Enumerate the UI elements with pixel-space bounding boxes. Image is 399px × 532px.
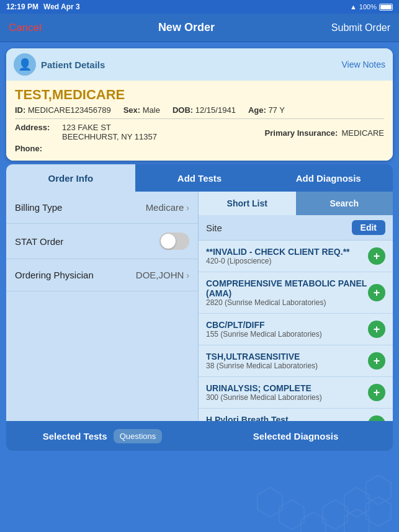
site-row: Site Edit	[199, 215, 393, 241]
test-name: COMPREHENSIVE METABOLIC PANEL (AMA)	[206, 278, 368, 298]
dob-label: DOB:	[173, 105, 193, 115]
add-test-button[interactable]: +	[368, 247, 385, 265]
phone-label: Phone:	[15, 144, 42, 153]
bottom-bar: Selected Tests Questions Selected Diagno…	[6, 421, 393, 451]
test-list-item[interactable]: **INVALID - CHECK CLIENT REQ.** 420-0 (L…	[199, 241, 393, 272]
test-code: 38 (Sunrise Medical Laboratories)	[206, 361, 318, 370]
svg-marker-3	[301, 512, 326, 532]
svg-marker-2	[366, 475, 391, 505]
edit-site-button[interactable]: Edit	[352, 220, 385, 235]
test-list-item[interactable]: COMPREHENSIVE METABOLIC PANEL (AMA) 2820…	[199, 272, 393, 314]
svg-marker-1	[344, 487, 369, 517]
test-name: URINALYSIS; COMPLETE	[206, 383, 322, 393]
battery-bar	[379, 4, 393, 11]
page-title: New Order	[158, 21, 215, 34]
ordering-physician-value: DOE,JOHN	[136, 270, 184, 280]
billing-type-chevron: ›	[186, 203, 189, 213]
test-list: **INVALID - CHECK CLIENT REQ.** 420-0 (L…	[199, 241, 393, 421]
right-panel: Short List Search Site Edit **INVALID - …	[199, 192, 393, 421]
submit-order-button[interactable]: Submit Order	[331, 22, 390, 33]
id-label: ID:	[15, 105, 25, 115]
left-panel: Billing Type Medicare › STAT Order Order…	[6, 192, 199, 421]
address-line2: BEECHHURST, NY 11357	[62, 132, 157, 141]
test-code: 155 (Sunrise Medical Laboratories)	[206, 330, 322, 339]
test-code: 2820 (Sunrise Medical Laboratories)	[206, 298, 368, 307]
battery-icon: 100%	[359, 3, 377, 11]
tab-order-info[interactable]: Order Info	[6, 164, 135, 192]
bottom-left: Selected Tests Questions	[6, 421, 199, 451]
stat-order-label: STAT Order	[15, 236, 63, 247]
patient-card-header: 👤 Patient Details View Notes	[6, 48, 393, 81]
test-list-item[interactable]: H.Pylori Breath Test 81590 (Sunrise Medi…	[199, 409, 393, 421]
sub-tabs: Short List Search	[199, 192, 393, 215]
wifi-icon: ▲	[350, 3, 357, 11]
test-code: 300 (Sunrise Medical Laboratories)	[206, 393, 322, 402]
patient-dob: 12/15/1941	[195, 105, 236, 115]
billing-type-row[interactable]: Billing Type Medicare ›	[6, 192, 198, 224]
svg-marker-6	[344, 509, 369, 532]
status-icons: ▲ 100%	[350, 3, 393, 11]
stat-order-toggle[interactable]	[159, 233, 189, 250]
address-label: Address:	[15, 123, 58, 132]
sex-label: Sex:	[123, 105, 140, 115]
billing-type-value: Medicare	[146, 202, 184, 213]
sub-tab-short-list[interactable]: Short List	[199, 192, 296, 215]
insurance-value: MEDICARE	[341, 128, 384, 138]
questions-button[interactable]: Questions	[114, 429, 163, 443]
view-notes-button[interactable]: View Notes	[341, 60, 385, 69]
patient-id: MEDICARE123456789	[28, 105, 111, 115]
status-bar: 12:19 PM Wed Apr 3 ▲ 100%	[0, 0, 399, 14]
avatar: 👤	[14, 53, 36, 76]
patient-sex: Male	[143, 105, 160, 115]
patient-card: 👤 Patient Details View Notes TEST,MEDICA…	[6, 48, 393, 161]
test-name: **INVALID - CHECK CLIENT REQ.**	[206, 247, 350, 257]
patient-age: 77 Y	[268, 105, 285, 115]
patient-body: TEST,MEDICARE ID: MEDICARE123456789 Sex:…	[6, 81, 393, 161]
selected-diagnosis-label: Selected Diagnosis	[253, 431, 339, 441]
patient-name: TEST,MEDICARE	[15, 87, 384, 103]
test-list-item[interactable]: TSH,ULTRASENSITIVE 38 (Sunrise Medical L…	[199, 345, 393, 377]
add-test-button[interactable]: +	[368, 321, 385, 338]
test-name: TSH,ULTRASENSITIVE	[206, 352, 318, 361]
address-line1: 123 FAKE ST	[62, 123, 157, 132]
test-list-item[interactable]: URINALYSIS; COMPLETE 300 (Sunrise Medica…	[199, 377, 393, 409]
selected-tests-label: Selected Tests	[43, 431, 107, 441]
nav-bar: Cancel New Order Submit Order	[0, 14, 399, 42]
svg-marker-5	[258, 487, 282, 517]
test-code: 420-0 (Liposcience)	[206, 257, 350, 265]
physician-chevron: ›	[186, 270, 189, 280]
patient-details-title: Patient Details	[41, 60, 105, 70]
bottom-right: Selected Diagnosis	[199, 421, 393, 451]
svg-marker-0	[323, 500, 347, 530]
svg-marker-4	[279, 500, 304, 530]
tabs-row: Order Info Add Tests Add Diagnosis	[6, 164, 393, 192]
add-test-button[interactable]: +	[368, 384, 385, 401]
test-name: CBC/PLT/DIFF	[206, 320, 322, 330]
stat-order-row: STAT Order	[6, 224, 198, 259]
add-test-button[interactable]: +	[368, 415, 385, 421]
status-date: Wed Apr 3	[43, 2, 80, 11]
svg-marker-7	[366, 497, 391, 526]
test-name: H.Pylori Breath Test	[206, 415, 330, 421]
billing-type-label: Billing Type	[15, 202, 62, 213]
cancel-button[interactable]: Cancel	[9, 22, 42, 34]
add-test-button[interactable]: +	[368, 352, 385, 370]
add-test-button[interactable]: +	[368, 284, 385, 301]
tab-add-tests[interactable]: Add Tests	[135, 164, 264, 192]
ordering-physician-label: Ordering Physician	[15, 270, 94, 280]
ordering-physician-row[interactable]: Ordering Physician DOE,JOHN ›	[6, 259, 198, 291]
age-label: Age:	[248, 105, 266, 115]
panels: Billing Type Medicare › STAT Order Order…	[6, 192, 393, 421]
site-label: Site	[206, 223, 222, 233]
tab-add-diagnosis[interactable]: Add Diagnosis	[264, 164, 393, 192]
insurance-label: Primary Insurance:	[265, 128, 338, 138]
status-time: 12:19 PM	[6, 2, 38, 11]
test-list-item[interactable]: CBC/PLT/DIFF 155 (Sunrise Medical Labora…	[199, 314, 393, 345]
sub-tab-search[interactable]: Search	[296, 192, 393, 215]
